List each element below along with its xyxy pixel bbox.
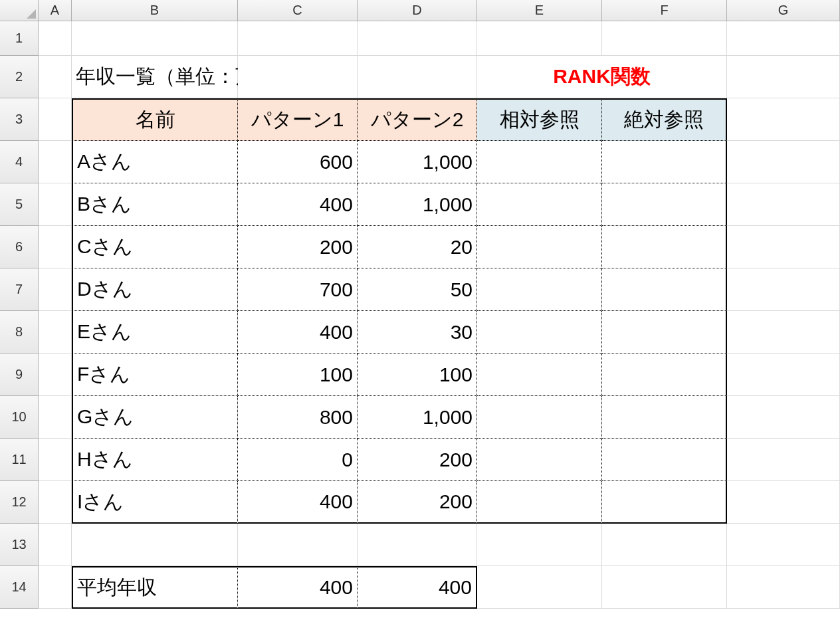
row-header-3[interactable]: 3 [0,98,39,141]
cell-g5[interactable] [727,183,840,226]
cell-a2[interactable] [39,56,72,98]
cell-abs-c[interactable] [602,226,727,268]
cell-name-g[interactable]: Gさん [72,396,238,439]
cell-p2-c[interactable]: 20 [358,226,477,268]
col-header-b[interactable]: B [72,0,238,21]
cell-c1[interactable] [238,21,358,56]
cell-a5[interactable] [39,183,72,226]
cell-a1[interactable] [39,21,72,56]
cell-g11[interactable] [727,439,840,481]
cell-e14[interactable] [477,566,602,609]
cell-a6[interactable] [39,226,72,268]
cell-e1[interactable] [477,21,602,56]
cell-name-i[interactable]: Iさん [72,481,238,524]
cell-avg-label[interactable]: 平均年収 [72,566,238,609]
cell-g4[interactable] [727,141,840,183]
cell-a13[interactable] [39,524,72,566]
row-header-12[interactable]: 12 [0,481,39,524]
cell-name-d[interactable]: Dさん [72,268,238,311]
cell-p1-e[interactable]: 400 [238,311,358,354]
cell-g14[interactable] [727,566,840,609]
cell-rel-e[interactable] [477,311,602,354]
cell-name-f[interactable]: Fさん [72,354,238,396]
cell-p1-f[interactable]: 100 [238,354,358,396]
cell-a9[interactable] [39,354,72,396]
cell-income-title[interactable]: 年収一覧（単位：万円） [72,56,238,98]
cell-d2[interactable] [358,56,477,98]
cell-rel-f[interactable] [477,354,602,396]
cell-p2-b[interactable]: 1,000 [358,183,477,226]
cell-g3[interactable] [727,98,840,141]
cell-p1-b[interactable]: 400 [238,183,358,226]
cell-rel-a[interactable] [477,141,602,183]
cell-d13[interactable] [358,524,477,566]
cell-p2-h[interactable]: 200 [358,439,477,481]
cell-rel-b[interactable] [477,183,602,226]
cell-p2-i[interactable]: 200 [358,481,477,524]
cell-p2-g[interactable]: 1,000 [358,396,477,439]
header-pattern1[interactable]: パターン1 [238,98,358,141]
cell-abs-f[interactable] [602,354,727,396]
cell-g8[interactable] [727,311,840,354]
cell-a4[interactable] [39,141,72,183]
col-header-f[interactable]: F [602,0,727,21]
cell-abs-h[interactable] [602,439,727,481]
cell-a11[interactable] [39,439,72,481]
cell-b1[interactable] [72,21,238,56]
cell-a10[interactable] [39,396,72,439]
cell-name-h[interactable]: Hさん [72,439,238,481]
row-header-8[interactable]: 8 [0,311,39,354]
cell-a8[interactable] [39,311,72,354]
header-name[interactable]: 名前 [72,98,238,141]
cell-rel-g[interactable] [477,396,602,439]
cell-p1-i[interactable]: 400 [238,481,358,524]
cell-abs-e[interactable] [602,311,727,354]
cell-p1-h[interactable]: 0 [238,439,358,481]
cell-b13[interactable] [72,524,238,566]
cell-e13[interactable] [477,524,602,566]
col-header-e[interactable]: E [477,0,602,21]
row-header-11[interactable]: 11 [0,439,39,481]
cell-f14[interactable] [602,566,727,609]
cell-g7[interactable] [727,268,840,311]
cell-g9[interactable] [727,354,840,396]
row-header-5[interactable]: 5 [0,183,39,226]
cell-abs-b[interactable] [602,183,727,226]
row-header-7[interactable]: 7 [0,268,39,311]
col-header-c[interactable]: C [238,0,358,21]
cell-abs-d[interactable] [602,268,727,311]
cell-p1-d[interactable]: 700 [238,268,358,311]
row-header-10[interactable]: 10 [0,396,39,439]
cell-abs-i[interactable] [602,481,727,524]
cell-c2[interactable] [238,56,358,98]
row-header-2[interactable]: 2 [0,56,39,98]
row-header-1[interactable]: 1 [0,21,39,56]
select-all-corner[interactable] [0,0,39,21]
header-pattern2[interactable]: パターン2 [358,98,477,141]
cell-name-a[interactable]: Aさん [72,141,238,183]
cell-c13[interactable] [238,524,358,566]
cell-rel-i[interactable] [477,481,602,524]
cell-a14[interactable] [39,566,72,609]
row-header-14[interactable]: 14 [0,566,39,609]
cell-rank-title[interactable]: RANK関数 [477,56,727,98]
cell-g1[interactable] [727,21,840,56]
cell-name-c[interactable]: Cさん [72,226,238,268]
header-relative-ref[interactable]: 相対参照 [477,98,602,141]
cell-g12[interactable] [727,481,840,524]
cell-abs-a[interactable] [602,141,727,183]
row-header-6[interactable]: 6 [0,226,39,268]
col-header-d[interactable]: D [358,0,477,21]
cell-avg-p1[interactable]: 400 [238,566,358,609]
row-header-9[interactable]: 9 [0,354,39,396]
cell-rel-d[interactable] [477,268,602,311]
row-header-4[interactable]: 4 [0,141,39,183]
cell-g6[interactable] [727,226,840,268]
cell-p2-a[interactable]: 1,000 [358,141,477,183]
cell-g10[interactable] [727,396,840,439]
cell-p2-d[interactable]: 50 [358,268,477,311]
cell-a7[interactable] [39,268,72,311]
cell-name-e[interactable]: Eさん [72,311,238,354]
cell-abs-g[interactable] [602,396,727,439]
cell-p1-g[interactable]: 800 [238,396,358,439]
